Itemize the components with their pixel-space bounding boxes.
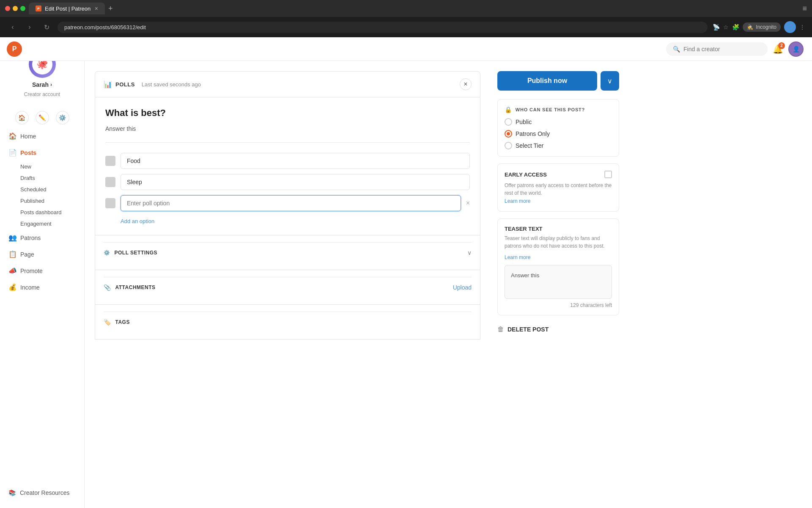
- attachments-section: 📎 ATTACHMENTS Upload: [95, 270, 480, 305]
- radio-select-tier[interactable]: [505, 142, 512, 149]
- user-name[interactable]: Sarah ›: [32, 81, 52, 88]
- incognito-icon: 🕵: [747, 24, 753, 30]
- tab-favicon: P: [36, 6, 41, 11]
- back-button[interactable]: ‹: [7, 21, 19, 33]
- visibility-option-public[interactable]: Public: [505, 118, 612, 126]
- address-input[interactable]: [58, 22, 708, 33]
- radio-public[interactable]: [505, 118, 512, 126]
- browser-tab[interactable]: P Edit Post | Patreon ×: [29, 3, 105, 14]
- sidebar-item-scheduled[interactable]: Scheduled: [20, 184, 84, 195]
- poll-option-input-3[interactable]: [121, 195, 461, 211]
- avatar-icon: 👤: [793, 46, 800, 52]
- teaser-character-counter: 129 characters left: [505, 302, 612, 308]
- sidebar-item-posts[interactable]: 📄 Posts: [0, 144, 84, 161]
- poll-option-checkbox-3[interactable]: [105, 198, 115, 208]
- browser-chrome: P Edit Post | Patreon × + ≡: [0, 0, 812, 17]
- poll-option-input-1[interactable]: [121, 153, 470, 169]
- publish-now-button[interactable]: Publish now: [497, 71, 597, 91]
- visibility-option-patrons-only[interactable]: Patrons Only: [505, 130, 612, 138]
- user-role: Creator account: [24, 91, 60, 97]
- close-dot[interactable]: [5, 6, 10, 11]
- poll-settings-row[interactable]: ⚙️ POLL SETTINGS ∨: [104, 242, 472, 263]
- poll-option-row: [105, 153, 470, 169]
- radio-patrons-only[interactable]: [505, 130, 512, 138]
- close-post-button[interactable]: ×: [460, 78, 472, 90]
- tab-title: Edit Post | Patreon: [45, 6, 91, 12]
- cast-icon: 📡: [713, 24, 720, 30]
- tags-section: 🏷️ TAGS: [95, 305, 480, 340]
- extensions-icon[interactable]: 🧩: [732, 24, 739, 30]
- radio-select-tier-label: Select Tier: [516, 142, 543, 149]
- browser-user-avatar[interactable]: [784, 21, 796, 33]
- tag-icon: 🏷️: [104, 319, 111, 326]
- right-panel: Publish now ∨ 🔒 WHO CAN SEE THIS POST? P…: [491, 61, 626, 508]
- sidebar-nav: 🏠 Home 📄 Posts New Drafts Scheduled Publ…: [0, 128, 84, 484]
- chevron-right-icon: ›: [50, 82, 52, 88]
- patreon-logo[interactable]: P: [7, 41, 22, 57]
- poll-option-checkbox-1[interactable]: [105, 156, 115, 166]
- browser-menu-dots[interactable]: ⋮: [799, 24, 805, 30]
- address-bar: ‹ › ↻ 📡 ☆ 🧩 🕵 Incognito ⋮: [0, 17, 812, 37]
- early-access-checkbox[interactable]: [604, 171, 612, 178]
- browser-menu-icon[interactable]: ≡: [802, 4, 807, 13]
- lock-icon: 🔒: [505, 106, 512, 113]
- poll-option-row: [105, 174, 470, 190]
- sidebar-item-patrons[interactable]: 👥 Patrons: [0, 229, 84, 246]
- user-avatar-top[interactable]: 👤: [788, 41, 804, 57]
- delete-post-section[interactable]: 🗑 DELETE POST: [497, 322, 619, 337]
- sidebar-item-published[interactable]: Published: [20, 195, 84, 207]
- visibility-section: 🔒 WHO CAN SEE THIS POST? Public Patrons …: [497, 99, 619, 157]
- notification-button[interactable]: 🔔 2: [773, 44, 783, 54]
- top-nav: P 🔍 🔔 2 👤: [0, 37, 812, 61]
- settings-icon: ⚙️: [104, 250, 110, 256]
- promote-icon: 📣: [8, 267, 16, 275]
- upload-link[interactable]: Upload: [453, 284, 472, 291]
- maximize-dot[interactable]: [20, 6, 25, 11]
- view-page-button[interactable]: 🏠: [15, 111, 29, 124]
- sidebar-item-engagement[interactable]: Engagement: [20, 218, 84, 229]
- patrons-icon: 👥: [8, 234, 16, 242]
- sidebar-item-promote[interactable]: 📣 Promote: [0, 262, 84, 279]
- publish-dropdown-button[interactable]: ∨: [601, 71, 619, 91]
- sidebar-item-page-label: Page: [20, 251, 34, 258]
- sidebar-item-drafts[interactable]: Drafts: [20, 172, 84, 184]
- sidebar-item-income[interactable]: 💰 Income: [0, 279, 84, 295]
- new-tab-button[interactable]: +: [108, 4, 113, 13]
- tab-close-button[interactable]: ×: [95, 5, 98, 12]
- poll-option-remove-3[interactable]: ×: [466, 199, 470, 207]
- bookmark-icon[interactable]: ☆: [723, 24, 729, 30]
- search-icon: 🔍: [673, 46, 680, 52]
- window-controls: [5, 6, 25, 11]
- teaser-learn-more[interactable]: Learn more: [505, 254, 530, 260]
- radio-patrons-only-label: Patrons Only: [516, 130, 550, 137]
- sidebar-item-creator-resources[interactable]: 📚 Creator Resources: [0, 484, 84, 501]
- poll-settings-section: ⚙️ POLL SETTINGS ∨: [95, 235, 480, 270]
- early-access-section: EARLY ACCESS Offer patrons early access …: [497, 163, 619, 212]
- post-header: 📊 POLLS Last saved seconds ago ×: [95, 71, 480, 97]
- trash-icon: 🗑: [497, 326, 504, 333]
- settings-button[interactable]: ⚙️: [56, 111, 69, 124]
- search-box[interactable]: 🔍: [666, 42, 768, 56]
- reload-button[interactable]: ↻: [41, 21, 52, 33]
- income-icon: 💰: [8, 283, 16, 291]
- sidebar-item-home[interactable]: 🏠 Home: [0, 128, 84, 144]
- main-content: 📊 POLLS Last saved seconds ago × What is…: [85, 37, 812, 508]
- tags-row[interactable]: 🏷️ TAGS: [104, 312, 472, 332]
- forward-button[interactable]: ›: [24, 21, 36, 33]
- edit-page-button[interactable]: ✏️: [36, 111, 49, 124]
- minimize-dot[interactable]: [13, 6, 18, 11]
- page-icon: 📋: [8, 250, 16, 258]
- poll-settings-label: ⚙️ POLL SETTINGS: [104, 250, 157, 256]
- sidebar-item-posts-dashboard[interactable]: Posts dashboard: [20, 207, 84, 218]
- sidebar-item-page[interactable]: 📋 Page: [0, 246, 84, 262]
- add-option-link[interactable]: Add an option: [121, 218, 154, 224]
- search-input[interactable]: [683, 46, 760, 52]
- visibility-option-select-tier[interactable]: Select Tier: [505, 142, 612, 149]
- poll-options: × Add an option: [105, 142, 470, 225]
- sidebar-item-income-label: Income: [20, 284, 40, 291]
- early-access-learn-more[interactable]: Learn more: [505, 198, 530, 204]
- poll-option-input-2[interactable]: [121, 174, 470, 190]
- sidebar-item-new[interactable]: New: [20, 161, 84, 172]
- poll-option-checkbox-2[interactable]: [105, 177, 115, 187]
- incognito-label: Incognito: [756, 24, 776, 30]
